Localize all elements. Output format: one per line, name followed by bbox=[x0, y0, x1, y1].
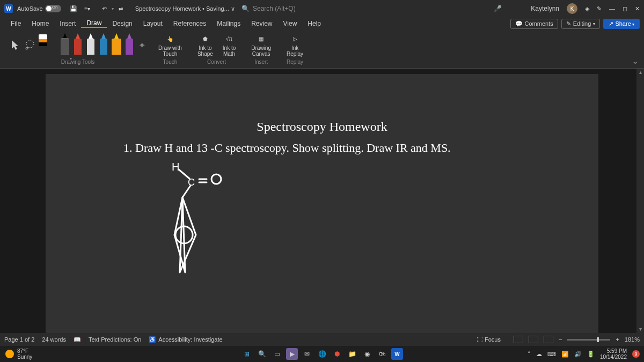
ribbon-collapse-icon[interactable]: ⌄ bbox=[632, 56, 639, 66]
undo-icon[interactable]: ↶ bbox=[100, 4, 109, 13]
menu-references[interactable]: References bbox=[168, 20, 211, 27]
comments-button[interactable]: 💬Comments bbox=[510, 19, 558, 29]
maximize-icon[interactable]: ◻ bbox=[623, 5, 627, 12]
svg-text:H: H bbox=[172, 161, 179, 173]
menu-insert[interactable]: Insert bbox=[54, 20, 81, 27]
menu-help[interactable]: Help bbox=[302, 20, 326, 27]
pen-red[interactable] bbox=[72, 33, 84, 57]
zoom-out-icon[interactable]: − bbox=[559, 336, 562, 343]
pen-blue[interactable] bbox=[98, 33, 109, 57]
word-taskbar-icon[interactable]: W bbox=[391, 348, 403, 360]
print-layout-icon[interactable] bbox=[529, 336, 538, 343]
web-layout-icon[interactable] bbox=[544, 336, 553, 343]
svg-point-0 bbox=[26, 40, 34, 48]
mic-icon[interactable]: 🎤 bbox=[494, 5, 502, 12]
diamond-icon[interactable]: ◈ bbox=[585, 5, 589, 12]
edge-icon[interactable]: 🌐 bbox=[316, 348, 328, 360]
menu-draw[interactable]: Draw bbox=[81, 19, 107, 28]
save-icon[interactable]: 💾 bbox=[69, 4, 78, 13]
autosave-label: AutoSave bbox=[17, 5, 43, 12]
explorer-icon[interactable]: 📁 bbox=[346, 348, 358, 360]
tray-chevron-icon[interactable]: ˄ bbox=[528, 351, 531, 358]
menu-file[interactable]: File bbox=[5, 20, 26, 27]
group-convert: Convert bbox=[207, 59, 226, 65]
menu-home[interactable]: Home bbox=[26, 20, 54, 27]
read-mode-icon[interactable] bbox=[514, 336, 523, 343]
weather-widget[interactable]: 87°FSunny bbox=[5, 348, 32, 360]
wifi-icon[interactable]: 📶 bbox=[561, 351, 569, 358]
mail-icon[interactable]: ✉ bbox=[301, 348, 313, 360]
document-title[interactable]: Spectroscopy Homework • Saving... ∨ bbox=[135, 5, 235, 12]
draw-with-touch-button[interactable]: 👆 Draw with Touch bbox=[154, 32, 186, 58]
svg-point-1 bbox=[26, 47, 28, 49]
spellcheck-icon[interactable]: 📖 bbox=[74, 336, 81, 343]
word-count[interactable]: 24 words bbox=[42, 336, 66, 343]
highlighter-yellow[interactable] bbox=[111, 33, 122, 57]
group-replay: Replay bbox=[287, 59, 303, 65]
taskbar-search-icon[interactable]: 🔍 bbox=[256, 348, 268, 360]
accessibility-check[interactable]: ♿Accessibility: Investigate bbox=[149, 336, 222, 343]
notification-badge[interactable]: 9 bbox=[632, 350, 640, 358]
input-icon[interactable]: ⌨ bbox=[547, 351, 556, 358]
ink-drawing: H C bbox=[158, 160, 266, 291]
zoom-slider[interactable] bbox=[567, 339, 610, 341]
page: Spectroscopy Homework 1. Draw H and 13 -… bbox=[46, 74, 598, 333]
search-icon: 🔍 bbox=[241, 5, 250, 12]
svg-point-4 bbox=[211, 174, 221, 184]
chrome-icon[interactable]: ◉ bbox=[361, 348, 373, 360]
group-touch: Touch bbox=[163, 59, 178, 65]
store-icon[interactable]: 🛍 bbox=[376, 348, 388, 360]
close-icon[interactable]: ✕ bbox=[635, 5, 640, 12]
onedrive-icon[interactable]: ☁ bbox=[536, 351, 542, 358]
line-spacing-icon[interactable]: ≡▾ bbox=[83, 4, 92, 13]
drawing-canvas-button[interactable]: ▦ Drawing Canvas bbox=[247, 32, 275, 58]
pen-purple[interactable] bbox=[123, 33, 135, 57]
add-pen-button[interactable]: ✦ bbox=[136, 40, 147, 50]
zoom-in-icon[interactable]: + bbox=[616, 336, 619, 343]
pen-black[interactable]: ▾ bbox=[59, 33, 71, 57]
menu-design[interactable]: Design bbox=[107, 20, 137, 27]
replay-icon: ▷ bbox=[290, 33, 301, 44]
menu-mailings[interactable]: Mailings bbox=[211, 20, 246, 27]
scroll-up-icon[interactable]: ▴ bbox=[636, 69, 644, 76]
ink-to-shape-button[interactable]: ⬟ Ink to Shape bbox=[193, 32, 217, 58]
scroll-down-icon[interactable]: ▾ bbox=[636, 326, 644, 333]
group-insert: Insert bbox=[254, 59, 268, 65]
pen-white[interactable] bbox=[85, 33, 97, 57]
user-name: Kaytelynn bbox=[531, 5, 559, 12]
menu-layout[interactable]: Layout bbox=[138, 20, 168, 27]
page-indicator[interactable]: Page 1 of 2 bbox=[4, 336, 34, 343]
pen-mode-icon[interactable]: ✎ bbox=[597, 5, 602, 12]
ribbon: ▾ ✦ Drawing Tools 👆 Draw with Touch Touc… bbox=[0, 30, 644, 69]
vertical-scrollbar[interactable]: ▴ ▾ bbox=[636, 69, 644, 333]
lasso-tool[interactable] bbox=[23, 34, 38, 56]
office-icon[interactable]: ⬢ bbox=[331, 348, 343, 360]
taskview-icon[interactable]: ▭ bbox=[271, 348, 283, 360]
clipchamp-icon[interactable]: ▶ bbox=[286, 348, 298, 360]
zoom-level[interactable]: 181% bbox=[625, 336, 640, 343]
menu-review[interactable]: Review bbox=[246, 20, 277, 27]
clock[interactable]: 5:59 PM10/14/2022 bbox=[600, 348, 627, 360]
text-predictions[interactable]: Text Predictions: On bbox=[89, 336, 141, 343]
editing-button[interactable]: ✎Editing▾ bbox=[561, 19, 601, 29]
redo-icon[interactable]: ⇄ bbox=[116, 4, 126, 13]
autosave-toggle[interactable]: On bbox=[45, 5, 61, 12]
minimize-icon[interactable]: — bbox=[609, 5, 615, 12]
battery-icon[interactable]: 🔋 bbox=[587, 351, 595, 358]
ink-replay-button[interactable]: ▷ Ink Replay bbox=[282, 32, 308, 58]
volume-icon[interactable]: 🔊 bbox=[574, 351, 582, 358]
document-area[interactable]: Spectroscopy Homework 1. Draw H and 13 -… bbox=[0, 69, 644, 333]
ink-to-math-button[interactable]: √π Ink to Math bbox=[218, 32, 240, 58]
document-body-text: 1. Draw H and 13 -C spectroscopy. Show s… bbox=[123, 141, 451, 155]
start-icon[interactable]: ⊞ bbox=[241, 348, 253, 360]
search-box[interactable]: 🔍 Search (Alt+Q) 🎤 bbox=[241, 5, 296, 12]
select-tool[interactable] bbox=[9, 34, 21, 56]
eraser-tool[interactable] bbox=[39, 34, 52, 56]
share-button[interactable]: ↗ Share ▾ bbox=[603, 19, 640, 29]
menu-view[interactable]: View bbox=[278, 20, 303, 27]
statusbar: Page 1 of 2 24 words 📖 Text Predictions:… bbox=[0, 333, 644, 346]
focus-mode[interactable]: ⛶Focus bbox=[477, 336, 501, 343]
sun-icon bbox=[5, 350, 14, 358]
touch-icon: 👆 bbox=[165, 33, 175, 44]
user-avatar[interactable]: K bbox=[567, 3, 577, 14]
